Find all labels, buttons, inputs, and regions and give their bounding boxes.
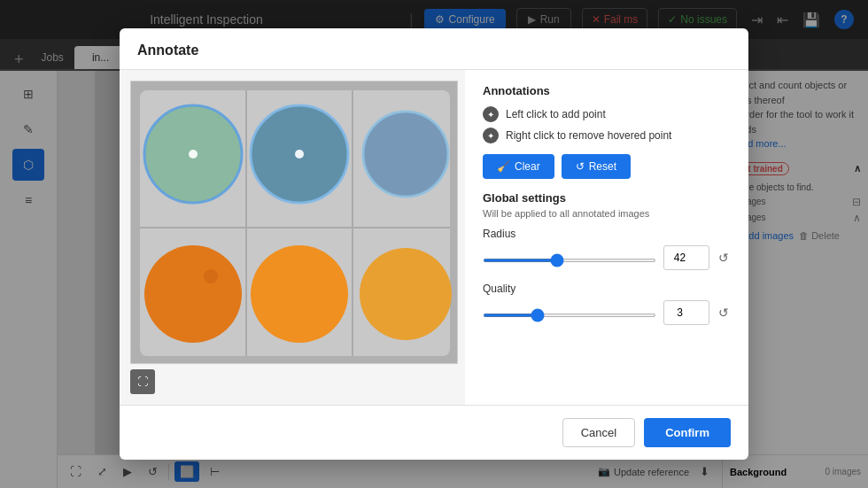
quality-label: Quality bbox=[483, 283, 731, 295]
modal-overlay: Annotate bbox=[0, 0, 868, 488]
svg-point-18 bbox=[144, 245, 242, 343]
remove-point-icon: ✦ bbox=[483, 128, 499, 143]
svg-point-23 bbox=[295, 150, 304, 159]
svg-point-22 bbox=[189, 150, 198, 159]
broom-icon: 🧹 bbox=[497, 160, 510, 173]
modal-header: Annotate bbox=[120, 28, 748, 70]
reset-button[interactable]: ↺ Reset bbox=[562, 154, 631, 179]
radius-slider-row: ↺ bbox=[483, 245, 731, 270]
quality-setting: Quality ↺ bbox=[483, 283, 731, 325]
cancel-button[interactable]: Cancel bbox=[562, 418, 635, 447]
fullscreen-button[interactable]: ⛶ bbox=[130, 369, 155, 394]
add-point-icon: ✦ bbox=[483, 106, 499, 122]
annotate-modal: Annotate bbox=[120, 28, 748, 460]
global-settings-subtitle: Will be applied to all annotated images bbox=[483, 208, 731, 219]
modal-body: ⛶ Annotations ✦ Left click to add point … bbox=[120, 70, 748, 405]
quality-slider[interactable] bbox=[483, 314, 656, 317]
quality-slider-container bbox=[483, 306, 656, 320]
radius-slider-container bbox=[483, 252, 656, 265]
quality-reset-button[interactable]: ↺ bbox=[717, 304, 731, 321]
svg-point-19 bbox=[204, 269, 218, 283]
modal-title: Annotate bbox=[137, 43, 731, 58]
clear-button[interactable]: 🧹 Clear bbox=[483, 154, 554, 179]
modal-image-area: ⛶ bbox=[120, 70, 465, 405]
annotation-left-click: ✦ Left click to add point bbox=[483, 106, 731, 122]
annotations-section-title: Annotations bbox=[483, 84, 731, 97]
image-bottom-bar: ⛶ bbox=[130, 364, 454, 394]
radius-slider[interactable] bbox=[483, 259, 656, 262]
quality-slider-row: ↺ bbox=[483, 300, 731, 325]
radius-label: Radius bbox=[483, 228, 731, 240]
annotation-right-click: ✦ Right click to remove hovered point bbox=[483, 128, 731, 143]
modal-settings-panel: Annotations ✦ Left click to add point ✦ … bbox=[465, 70, 748, 405]
quality-input[interactable] bbox=[663, 300, 709, 325]
radius-setting: Radius ↺ bbox=[483, 228, 731, 270]
svg-point-20 bbox=[251, 245, 348, 343]
svg-point-21 bbox=[360, 248, 452, 340]
modal-footer: Cancel Confirm bbox=[120, 405, 748, 460]
reset-icon: ↺ bbox=[576, 160, 585, 173]
fullscreen-icon: ⛶ bbox=[137, 376, 148, 388]
annotation-image-container[interactable] bbox=[130, 81, 458, 364]
confirm-button[interactable]: Confirm bbox=[644, 418, 731, 447]
radius-reset-button[interactable]: ↺ bbox=[717, 249, 731, 267]
radius-input[interactable] bbox=[663, 245, 709, 270]
annotation-buttons: 🧹 Clear ↺ Reset bbox=[483, 154, 731, 179]
global-settings-title: Global settings bbox=[483, 191, 731, 205]
fruit-tray-svg bbox=[131, 81, 458, 364]
